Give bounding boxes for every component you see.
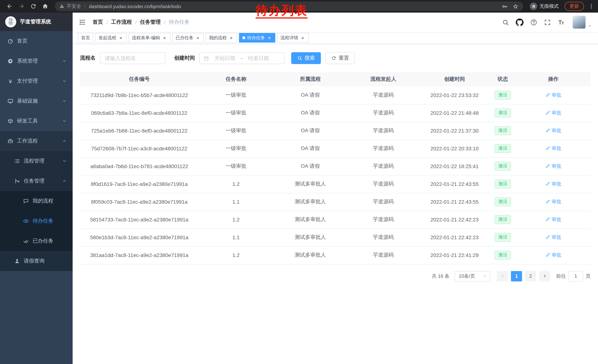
approve-link[interactable]: 审批 [545, 198, 561, 205]
next-page-button[interactable] [539, 271, 550, 281]
sidebar-item-label: 流程管理 [24, 158, 44, 164]
cell-action: 审批 [516, 228, 590, 246]
page-button-2[interactable]: 2 [525, 271, 536, 281]
breadcrumb-item[interactable]: 工作流程 [111, 19, 132, 25]
start-date-input[interactable] [210, 55, 239, 61]
help-icon[interactable] [530, 19, 537, 26]
tab-close-icon[interactable]: × [300, 35, 305, 40]
breadcrumb-item[interactable]: 任务管理 [140, 19, 161, 25]
sidebar-item-task-management[interactable]: 任务管理 [0, 171, 73, 191]
tab-close-icon[interactable]: × [195, 35, 200, 40]
chevron-down-icon [62, 79, 67, 83]
tab-process-form-edit[interactable]: 流程表单-编辑 × [129, 33, 170, 43]
sidebar-item-my-processes[interactable]: 我的流程 [0, 191, 73, 211]
sidebar-item-dev-tools[interactable]: 研发工具 [0, 111, 73, 131]
cube-icon [8, 118, 13, 124]
cell-task-id: 8f0d1619-7ac8-11ec-a9e2-a2380e71991a [80, 175, 199, 193]
cell-task-id: a6aba0a4-7b6d-11ec-b781-acde48001122 [80, 157, 199, 175]
cell-initiator: 芋道源码 [347, 175, 419, 193]
status-badge: 激活 [495, 162, 511, 170]
tab-label: 已办任务 [176, 35, 193, 41]
approve-label: 审批 [552, 181, 561, 187]
sidebar-item-done-tasks[interactable]: 已办任务 [0, 231, 73, 251]
sidebar-item-system-management[interactable]: 系统管理 [0, 51, 73, 71]
col-created: 创建时间 [420, 72, 490, 86]
approve-link[interactable]: 审批 [545, 110, 561, 116]
approve-link[interactable]: 审批 [545, 145, 561, 152]
cell-task-name: 一级审批 [199, 140, 274, 157]
breadcrumb-separator: / [135, 19, 137, 25]
breadcrumb-item[interactable]: 首页 [93, 19, 103, 25]
tab-start-process[interactable]: 发起流程 × [95, 33, 127, 43]
tab-label: 发起流程 [99, 35, 116, 41]
sidebar-item-home[interactable]: 首页 [0, 31, 73, 51]
tab-process-detail[interactable]: 流程详情 × [277, 33, 309, 43]
fullscreen-icon[interactable] [544, 19, 551, 26]
browser-back-icon[interactable] [6, 3, 13, 10]
incognito-label: 无痕模式 [540, 3, 559, 10]
user-avatar[interactable] [573, 16, 586, 29]
sidebar-item-leave-query[interactable]: 请假查询 [0, 251, 73, 271]
date-range-picker[interactable]: - [199, 52, 284, 64]
sidebar-item-process-management[interactable]: 流程管理 [0, 151, 73, 171]
approve-link[interactable]: 审批 [545, 127, 561, 134]
reset-button[interactable]: 重置 [325, 52, 355, 64]
sidebar-item-payment-management[interactable]: ¥ 支付管理 [0, 71, 73, 91]
sidebar-item-workflow[interactable]: 工作流程 [0, 131, 73, 151]
process-name-input[interactable] [100, 52, 165, 64]
tab-todo-tasks[interactable]: 待办任务 × [239, 33, 275, 43]
cell-action: 审批 [516, 86, 590, 104]
prev-page-button[interactable] [497, 271, 508, 281]
briefcase-icon [8, 138, 13, 144]
approve-link[interactable]: 审批 [545, 163, 561, 170]
tab-close-icon[interactable]: × [118, 35, 123, 40]
tab-home[interactable]: 首页 [78, 33, 93, 43]
top-navbar: 首页 / 工作流程 / 任务管理 / 待办任务 [73, 13, 598, 32]
browser-update-button[interactable]: 更新 [565, 2, 584, 11]
approve-link[interactable]: 审批 [545, 92, 561, 98]
page-button-1[interactable]: 1 [511, 271, 522, 281]
tab-my-processes[interactable]: 我的流程 × [206, 33, 237, 43]
search-button[interactable]: 搜索 [291, 52, 321, 64]
edit-icon [545, 111, 550, 115]
goto-page-input[interactable] [568, 271, 583, 281]
bookmark-star-icon[interactable] [512, 3, 519, 9]
approve-link[interactable]: 审批 [545, 252, 561, 259]
cell-process: 测试多审批人 [274, 211, 347, 228]
browser-menu-icon[interactable] [588, 3, 594, 9]
browser-home-icon[interactable] [42, 3, 49, 10]
cell-task-name: 一级审批 [199, 122, 274, 140]
browser-reload-icon[interactable] [30, 3, 37, 10]
approve-link[interactable]: 审批 [545, 216, 561, 223]
cell-created: 2022-01-22 18:25:41 [420, 157, 490, 175]
cell-task-name: 1.1 [199, 193, 274, 211]
page-size-value: 10条/页 [459, 273, 475, 279]
approve-link[interactable]: 审批 [545, 234, 561, 241]
app-logo-row[interactable]: 芋道管理系统 [0, 13, 73, 31]
github-icon[interactable] [516, 18, 523, 26]
sidebar-item-todo-tasks[interactable]: 待办任务 [0, 211, 73, 231]
approve-link[interactable]: 审批 [545, 181, 561, 187]
sidebar-collapse-icon[interactable] [79, 18, 86, 26]
cell-initiator: 芋道源码 [347, 228, 419, 246]
browser-forward-icon[interactable] [18, 3, 25, 10]
tab-close-icon[interactable]: × [162, 35, 167, 40]
search-icon[interactable] [502, 19, 509, 26]
end-date-input[interactable] [244, 55, 273, 61]
status-badge: 激活 [495, 251, 511, 259]
tab-close-icon[interactable]: × [229, 35, 234, 40]
sidebar-item-label: 研发工具 [17, 118, 38, 124]
sidebar-item-infrastructure[interactable]: 基础设施 [0, 91, 73, 111]
cell-initiator: 芋道源码 [347, 157, 419, 175]
cell-task-id: 58154733-7ac8-11ec-a9e2-a2380e71991a [80, 211, 199, 228]
page-size-select[interactable]: 10条/页 [455, 271, 490, 281]
breadcrumb: 首页 / 工作流程 / 任务管理 / 待办任务 [93, 19, 190, 25]
breadcrumb-separator: / [106, 19, 108, 25]
password-key-icon[interactable] [502, 3, 508, 9]
user-menu[interactable] [573, 16, 592, 29]
cell-created: 2022-01-22 23:53:32 [420, 86, 490, 104]
text-size-icon[interactable] [558, 19, 565, 26]
tab-close-icon[interactable]: × [267, 35, 272, 40]
tab-done-tasks[interactable]: 已办任务 × [172, 33, 204, 43]
create-time-label: 创建时间 [174, 55, 195, 61]
